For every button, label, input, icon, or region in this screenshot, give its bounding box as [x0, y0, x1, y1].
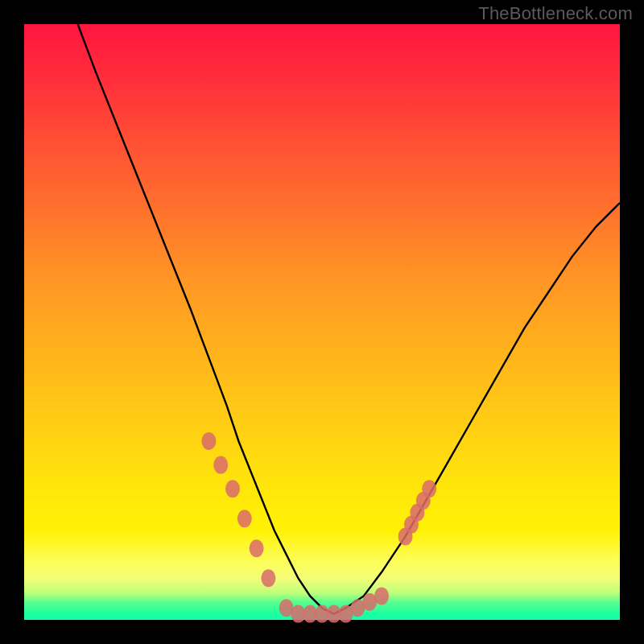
- bottleneck-curve: [78, 24, 620, 614]
- data-marker: [201, 432, 216, 450]
- plot-area: [24, 24, 620, 620]
- data-marker: [374, 587, 389, 605]
- data-marker: [250, 539, 264, 557]
- data-marker: [422, 480, 436, 497]
- marker-layer: [201, 432, 436, 623]
- chart-frame: TheBottleneck.com: [0, 0, 644, 644]
- data-marker: [213, 456, 228, 474]
- data-marker: [237, 510, 252, 527]
- data-marker: [225, 480, 240, 497]
- data-marker: [261, 569, 275, 587]
- watermark-text: TheBottleneck.com: [478, 3, 633, 24]
- chart-svg: [24, 24, 620, 620]
